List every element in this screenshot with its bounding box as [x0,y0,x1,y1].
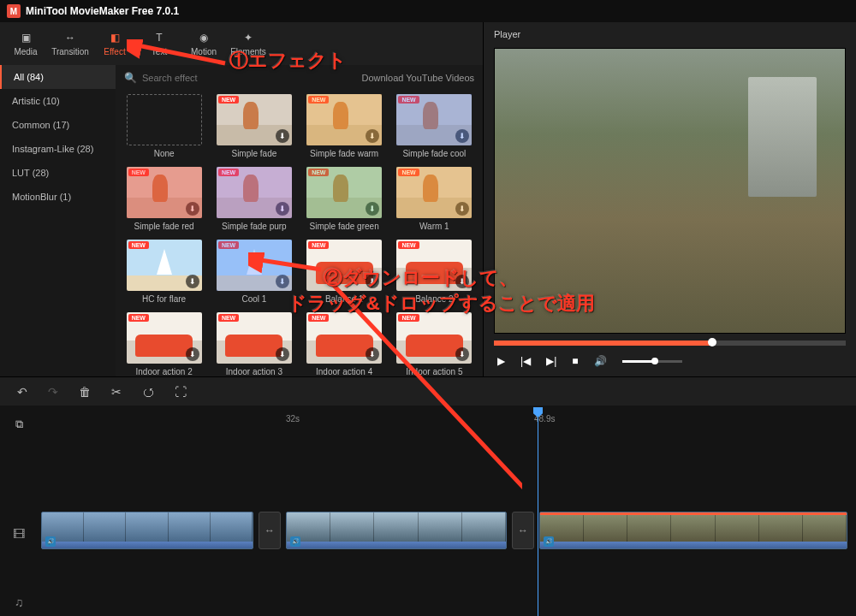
player-controls: ▶ |◀ ▶| ■ 🔊 [484,346,856,376]
download-icon[interactable]: ⬇ [186,202,199,216]
new-badge: NEW [218,169,239,176]
split-icon[interactable]: ✂ [111,385,122,399]
effect-item[interactable]: None [124,94,204,158]
download-icon[interactable]: ⬇ [366,202,379,216]
effect-item[interactable]: NEW⬇Simple fade green [305,167,384,231]
seek-bar[interactable] [494,341,846,346]
category-lut[interactable]: LUT (28) [0,161,116,185]
seek-knob[interactable] [708,338,716,346]
music-track-icon: ♫ [0,595,38,609]
playhead[interactable] [538,411,538,616]
effect-thumbnail[interactable]: NEW⬇ [217,94,292,145]
svg-line-0 [134,44,225,63]
effect-label: Simple fade green [310,222,379,231]
new-badge: NEW [398,96,419,104]
filter-icon: ◧ [107,32,122,44]
audio-track: ♫ [0,577,856,616]
effect-thumbnail[interactable]: NEW⬇ [127,240,202,291]
effect-thumbnail[interactable]: NEW⬇ [127,312,202,364]
new-badge: NEW [218,96,239,104]
svg-line-1 [255,259,321,270]
effect-label: Simple fade red [134,222,194,231]
clip[interactable]: 🔊 [41,512,253,549]
crop-icon[interactable]: ⛶ [175,385,187,399]
next-icon[interactable]: ▶| [546,355,556,367]
app-title: MiniTool MovieMaker Free 7.0.1 [26,5,179,17]
volume-slider[interactable] [622,360,682,363]
effect-categories: All (84) Artistic (10) Common (17) Insta… [0,65,116,376]
speaker-icon: 🔊 [45,536,56,547]
effect-thumbnail[interactable] [127,94,202,145]
tab-media[interactable]: ▣Media [3,28,48,60]
effect-label: Simple fade warm [310,149,378,158]
new-badge: NEW [218,314,239,322]
effect-thumbnail[interactable]: NEW⬇ [396,167,472,218]
annotation-text: ②ダウンロードして、 [324,265,518,291]
new-badge: NEW [128,241,149,249]
category-all[interactable]: All (84) [0,65,116,89]
effect-label: Indoor action 2 [136,367,193,376]
effect-item[interactable]: NEW⬇Simple fade warm [305,94,384,158]
effect-item[interactable]: NEW⬇Simple fade purp [214,167,294,231]
stop-icon[interactable]: ■ [572,355,578,367]
title-bar: M MiniTool MovieMaker Free 7.0.1 [0,0,856,22]
category-instagram[interactable]: Instagram-Like (28) [0,137,116,161]
effect-label: Simple fade purp [222,222,287,231]
tab-transition[interactable]: ↔Transition [48,28,92,60]
volume-icon[interactable]: 🔊 [594,355,607,367]
effect-label: Simple fade [231,149,276,158]
player-pane: Player ▶ |◀ ▶| ■ 🔊 [484,22,856,376]
new-badge: NEW [398,169,419,176]
download-icon[interactable]: ⬇ [186,347,199,361]
search-icon: 🔍 [124,72,137,84]
new-badge: NEW [308,169,329,176]
effect-label: Simple fade cool [402,149,466,158]
effect-item[interactable]: NEW⬇Simple fade cool [395,94,474,158]
download-icon[interactable]: ⬇ [455,129,469,143]
new-badge: NEW [128,169,149,176]
download-youtube-link[interactable]: Download YouTube Videos [362,73,475,83]
download-icon[interactable]: ⬇ [455,202,469,216]
applied-effect-indicator [540,512,847,515]
duplicate-icon[interactable]: ⧉ [15,418,23,431]
download-icon[interactable]: ⬇ [276,129,289,143]
new-badge: NEW [308,241,329,249]
search-input[interactable] [142,73,357,83]
transition-icon: ↔ [62,32,78,44]
effect-label: None [154,149,175,158]
player-title: Player [484,22,856,48]
effect-item[interactable]: NEW⬇Indoor action 2 [124,312,204,376]
clip[interactable]: 🔊 [539,512,847,549]
download-icon[interactable]: ⬇ [186,275,199,288]
download-icon[interactable]: ⬇ [276,202,289,216]
effect-thumbnail[interactable]: NEW⬇ [217,167,292,218]
effect-thumbnail[interactable]: NEW⬇ [306,167,382,218]
delete-icon[interactable]: 🗑 [79,385,91,399]
new-badge: NEW [398,241,419,249]
category-common[interactable]: Common (17) [0,113,116,137]
video-track-icon: 🎞 [0,527,38,541]
annotation-text: ①エフェクト [229,48,347,74]
new-badge: NEW [308,96,329,104]
speaker-icon: 🔊 [290,536,300,547]
sparkle-icon: ✦ [241,32,256,44]
speaker-icon: 🔊 [544,536,554,547]
effect-item[interactable]: NEW⬇Simple fade red [124,167,204,231]
undo-icon[interactable]: ↶ [17,385,27,399]
effect-item[interactable]: NEW⬇Simple fade [214,94,294,158]
new-badge: NEW [218,241,239,249]
redo-icon[interactable]: ↷ [48,385,58,399]
effect-item[interactable]: NEW⬇Warm 1 [395,167,474,231]
effect-item[interactable]: NEW⬇HC for flare [124,240,204,304]
effect-label: Warm 1 [419,222,449,231]
effect-thumbnail[interactable]: NEW⬇ [127,167,202,218]
effect-label: HC for flare [142,294,186,304]
effect-thumbnail[interactable]: NEW⬇ [306,94,382,145]
category-motionblur[interactable]: MotionBlur (1) [0,185,116,209]
annotation-text: ドラッグ&ドロップすることで適用 [288,291,595,317]
category-artistic[interactable]: Artistic (10) [0,89,116,113]
effect-thumbnail[interactable]: NEW⬇ [396,94,472,145]
download-icon[interactable]: ⬇ [366,129,379,143]
annotation-arrow-icon [127,39,229,74]
speed-icon[interactable]: ⭯ [142,385,154,399]
